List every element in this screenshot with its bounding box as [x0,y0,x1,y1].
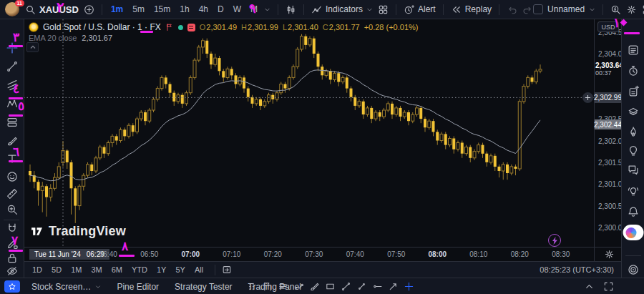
top-toolbar: 11 XAUUSD 1m5m15m1h4hDWM Indicators Aler… [0,0,644,19]
lock-all-drawings-button[interactable] [6,253,18,265]
alert-button[interactable]: Alert [404,4,436,15]
text-tool[interactable] [6,153,18,165]
indicators-button[interactable]: Indicators [311,4,373,15]
magnet-mode-button[interactable] [6,222,18,235]
parallel-channel-tool[interactable] [6,79,18,92]
hotlists-button[interactable] [628,126,640,138]
ai-assistant-button[interactable] [623,225,644,240]
notifications-button[interactable] [628,206,640,218]
horizontal-ray-tool[interactable] [372,281,383,292]
range-1d[interactable]: 1D [32,265,42,274]
range-6m[interactable]: 6M [112,265,122,274]
arrow-marker-tool[interactable] [388,281,399,292]
tab-strategy-tester[interactable]: Strategy Tester [175,282,232,292]
quick-search-icon[interactable] [610,4,621,15]
server-clock[interactable]: 08:25:23 (UTC+3:30) [540,265,614,274]
chat-button[interactable] [628,164,640,176]
date-range-bar: 1D5D1M3M6MYTD1Y5YAll08:25:23 (UTC+3:30) [24,261,621,278]
redo-icon[interactable] [522,4,533,15]
trend-line-tool[interactable] [6,61,18,73]
axis-settings-corner[interactable] [594,247,621,261]
range-ytd[interactable]: YTD [132,265,147,274]
ideas-button[interactable] [628,144,640,157]
price-axis[interactable]: 2,300.002,300.502,301.002,301.502,302.00… [594,19,622,247]
ema-label: EMA 20 close [29,34,77,42]
object-tree-button[interactable] [628,107,640,119]
timeframe-M[interactable]: M [249,4,259,15]
time-tick: 07:10 [223,250,240,258]
undo-icon[interactable] [507,4,517,15]
short-line-tool[interactable] [356,281,367,292]
timeframe-D[interactable]: D [216,4,225,15]
time-tick: 07:40 [346,250,364,258]
user-avatar[interactable]: 11 [5,2,20,17]
boost-lightning-icon[interactable] [548,234,561,247]
layout-menu[interactable]: Unnamed [533,4,595,14]
low-value: 2,301.40 [288,23,318,31]
drag-handle[interactable] [246,281,257,292]
tab-stock-screen-[interactable]: Stock Screen… [31,282,91,292]
timeframe-1h[interactable]: 1h [178,4,190,15]
emoji-tool[interactable] [6,171,18,183]
chart-pane[interactable]: Gold Spot / U.S. Dollar · 1 · FX O2,301.… [24,19,594,247]
panel-expand-icon[interactable] [584,281,595,292]
crosshair-plus-tool[interactable] [404,281,414,292]
ai-brain-icon [626,227,637,238]
ema-legend[interactable]: EMA 20 close 2,301.67 [29,34,112,42]
favorites-star-button[interactable] [4,280,20,293]
add-alert-plus-icon[interactable] [582,92,593,103]
timeframe-W[interactable]: W [232,4,243,15]
cross-cursor-tool[interactable] [6,42,18,54]
panel-fullscreen-icon[interactable] [603,281,614,292]
brush-tool[interactable] [309,281,320,292]
long-short-position-tool[interactable] [6,117,18,129]
compare-add-icon[interactable] [84,4,94,15]
measure-tool[interactable] [6,188,18,200]
tab-pine-editor[interactable]: Pine Editor [117,282,159,292]
trend-line-tool[interactable] [341,281,351,292]
range-all[interactable]: All [195,265,203,274]
symbol-search[interactable]: XAUUSD [25,4,79,15]
xabcd-pattern-tool[interactable] [6,98,18,110]
axis-gear-icon[interactable] [604,249,615,260]
watchlist-panel-button[interactable] [628,44,640,57]
horizontal-lines-tool[interactable] [278,281,288,292]
zoom-in-tool[interactable] [6,204,18,216]
range-5d[interactable]: 5D [52,265,62,274]
chevron-down-icon[interactable] [264,6,270,13]
timeframe-1m[interactable]: 1m [109,4,125,15]
polyline-tool[interactable] [293,281,304,292]
news-panel-button[interactable] [628,86,640,98]
time-axis[interactable]: Tue 11 Jun '24 06:29 06:4006:5007:0007:1… [24,247,594,262]
flag-icon[interactable] [165,23,174,31]
flag-pin-tool[interactable] [262,281,273,292]
go-to-date-icon[interactable] [222,265,232,275]
currency-badge[interactable]: USD [597,21,619,32]
drawing-toolbar [0,19,24,294]
data-sheet-icon[interactable] [187,24,195,31]
alerts-panel-button[interactable] [628,65,640,77]
timeframe-15m[interactable]: 15m [152,4,172,15]
tradingview-watermark: TradingView [30,224,126,239]
hide-all-drawings-button[interactable] [6,265,18,278]
replay-button[interactable]: Replay [451,4,492,15]
settings-gear-icon[interactable] [626,4,637,15]
timeframe-4h[interactable]: 4h [197,4,210,15]
indicator-templates-icon[interactable] [378,4,389,15]
streams-button[interactable] [628,185,640,197]
timeframe-row: 1m5m15m1h4hDWM [109,4,259,15]
stay-in-drawing-mode-button[interactable] [6,238,18,250]
brush-tool[interactable] [6,135,18,147]
symbol-legend[interactable]: Gold Spot / U.S. Dollar · 1 · FX O2,301.… [29,22,418,32]
range-1m[interactable]: 1M [71,265,82,274]
timeframe-5m[interactable]: 5m [131,4,146,15]
chart-type-icon[interactable] [286,4,296,15]
sponsored-button[interactable] [628,264,640,276]
legend-collapse-button[interactable] [26,42,39,52]
chevron-down-icon[interactable] [95,284,101,290]
range-1y[interactable]: 1Y [157,265,166,274]
range-5y[interactable]: 5Y [175,265,185,274]
range-3m[interactable]: 3M [91,265,102,274]
candlestick-chart[interactable] [24,19,594,247]
rectangle-tool[interactable] [325,281,336,292]
